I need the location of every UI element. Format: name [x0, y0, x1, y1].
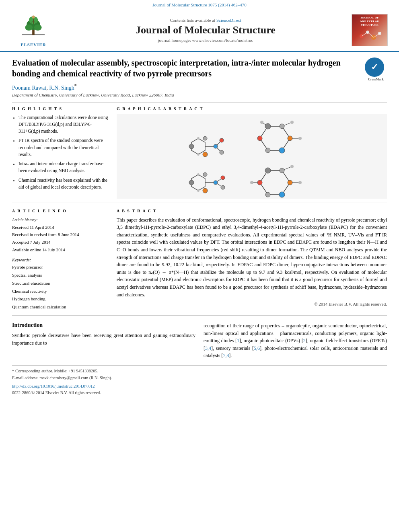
elsevier-wordmark: ELSEVIER [21, 42, 46, 47]
affiliation-text: Department of Chemistry, University of L… [12, 92, 387, 97]
svg-point-60 [288, 180, 292, 185]
article-history: Article history: Received 11 April 2014 … [12, 216, 109, 254]
available-date: Available online 14 July 2014 [12, 246, 109, 254]
svg-point-62 [265, 192, 270, 197]
svg-point-35 [203, 188, 208, 193]
svg-point-45 [265, 123, 271, 129]
svg-point-22 [203, 136, 207, 140]
svg-point-65 [298, 181, 302, 184]
introduction-section: Introduction Synthetic pyrrole derivativ… [12, 322, 387, 359]
svg-line-14 [362, 32, 368, 36]
ref-1-link[interactable]: 1 [237, 338, 239, 343]
graphical-abstract-col: G R A P H I C A L A B S T R A C T [117, 107, 387, 199]
svg-point-37 [221, 176, 225, 180]
history-label: Article history: [12, 216, 109, 224]
copyright-line: © 2014 Elsevier B.V. All rights reserved… [117, 302, 387, 306]
list-item: Hydrogen bonding [12, 295, 109, 303]
ref-7-8-link[interactable]: 7,8 [223, 353, 229, 358]
svg-point-21 [189, 144, 194, 149]
svg-point-34 [203, 173, 207, 177]
svg-point-61 [279, 192, 285, 197]
list-item: Quantum chemical calculation [12, 303, 109, 311]
molecule-diagram [117, 114, 387, 199]
article-title-block: Evaluation of molecular assembly, spectr… [12, 58, 387, 79]
svg-point-48 [279, 148, 285, 153]
abstract-text: This paper describes the evaluation of c… [117, 216, 387, 299]
author-singh[interactable]: R.N. Singh [49, 85, 74, 91]
list-item: Chemical reactivity [12, 288, 109, 296]
svg-point-52 [260, 121, 263, 124]
elsevier-logo: ELSEVIER [7, 13, 60, 47]
svg-point-66 [250, 181, 253, 184]
sciencedirect-link[interactable]: ScienceDirect [216, 18, 241, 23]
authors-line: Poonam Rawat, R.N. Singh* [12, 83, 387, 91]
accepted-date: Accepted 7 July 2014 [12, 238, 109, 246]
article-info-col: A R T I C L E I N F O Article history: R… [12, 209, 109, 311]
ref-5-6-link[interactable]: 5,6 [254, 345, 260, 351]
svg-point-49 [265, 148, 270, 153]
svg-point-40 [197, 189, 200, 192]
highlights-label: H I G H L I G H T S [12, 107, 109, 111]
journal-cover-image: JOURNAL OFMOLECULARSTRUCTURE [352, 14, 388, 46]
received-date: Received 11 April 2014 [12, 224, 109, 231]
list-item: The computational calculations were done… [19, 114, 109, 135]
highlights-list: The computational calculations were done… [12, 114, 109, 191]
keywords-label: Keywords: [12, 257, 109, 262]
corresponding-author: * Corresponding author. Mobile: +91 9451… [12, 368, 387, 375]
svg-point-51 [290, 121, 294, 124]
author-rawat[interactable]: Poonam Rawat [12, 85, 46, 91]
list-item: Spectral analysis [12, 271, 109, 279]
svg-point-59 [280, 168, 284, 173]
list-item: FT-IR spectra of the studied compounds w… [19, 137, 109, 158]
journal-title: Journal of Molecular Structure [60, 24, 352, 36]
svg-point-6 [32, 16, 35, 18]
email-address: E-mail address: msvk.chemistry@gmail.com… [12, 375, 387, 382]
title-divider [12, 102, 387, 103]
section-divider [12, 203, 387, 203]
header-left: ELSEVIER [7, 13, 60, 47]
intro-right-text: recognition of their range of properties… [204, 322, 387, 359]
svg-point-27 [197, 137, 200, 140]
highlights-col: H I G H L I G H T S The computational ca… [12, 107, 109, 199]
list-item: Intra- and intermolecular charge transfe… [19, 160, 109, 175]
elsevier-tree-icon [17, 13, 49, 41]
svg-point-38 [221, 185, 225, 189]
doi-link[interactable]: http://dx.doi.org/10.1016/j.molstruc.201… [12, 383, 387, 390]
svg-point-33 [189, 180, 194, 185]
highlights-graphical-section: H I G H L I G H T S The computational ca… [12, 107, 387, 199]
keywords-section: Keywords: Pyrrole precursor Spectral ana… [12, 257, 109, 311]
graphical-abstract-label: G R A P H I C A L A B S T R A C T [117, 107, 387, 111]
header-right: JOURNAL OFMOLECULARSTRUCTURE [352, 14, 392, 46]
issn-line: 0022-2860/© 2014 Elsevier B.V. All right… [12, 390, 387, 396]
svg-point-47 [288, 136, 292, 141]
contents-line: Contents lists available at ScienceDirec… [60, 18, 352, 23]
svg-marker-41 [260, 126, 290, 150]
ref-3-4-link[interactable]: 3,4 [205, 345, 211, 351]
intro-left-col: Introduction Synthetic pyrrole derivativ… [12, 322, 195, 359]
graphical-abstract-image [117, 114, 387, 199]
svg-point-3 [25, 25, 33, 31]
svg-point-53 [298, 137, 302, 140]
journal-header: ELSEVIER Contents lists available at Sci… [0, 9, 399, 52]
journal-banner: Journal of Molecular Structure 1075 (201… [0, 0, 399, 9]
ref-2-link[interactable]: 2 [303, 338, 306, 343]
crossmark-icon: ✓ [365, 58, 384, 77]
list-item: Chemical reactivity has been explained w… [19, 177, 109, 191]
svg-point-4 [34, 25, 42, 31]
svg-point-58 [265, 168, 271, 173]
svg-point-36 [214, 181, 218, 185]
intro-title: Introduction [12, 322, 195, 329]
banner-text: Journal of Molecular Structure 1075 (201… [152, 2, 246, 7]
crossmark-badge: ✓ CrossMark [365, 58, 387, 82]
keywords-list: Pyrrole precursor Spectral analysis Stru… [12, 263, 109, 311]
svg-point-39 [197, 173, 200, 176]
crossmark-label: CrossMark [365, 78, 387, 82]
journal-homepage: journal homepage: www.elsevier.com/locat… [60, 38, 352, 43]
svg-point-23 [203, 152, 208, 157]
header-center: Contents lists available at ScienceDirec… [60, 18, 352, 43]
svg-marker-54 [260, 170, 290, 195]
article-title-text: Evaluation of molecular assembly, spectr… [12, 58, 341, 78]
revised-date: Received in revised form 8 June 2014 [12, 231, 109, 238]
abstract-label: A B S T R A C T [117, 209, 387, 213]
list-item: Pyrrole precursor [12, 263, 109, 271]
